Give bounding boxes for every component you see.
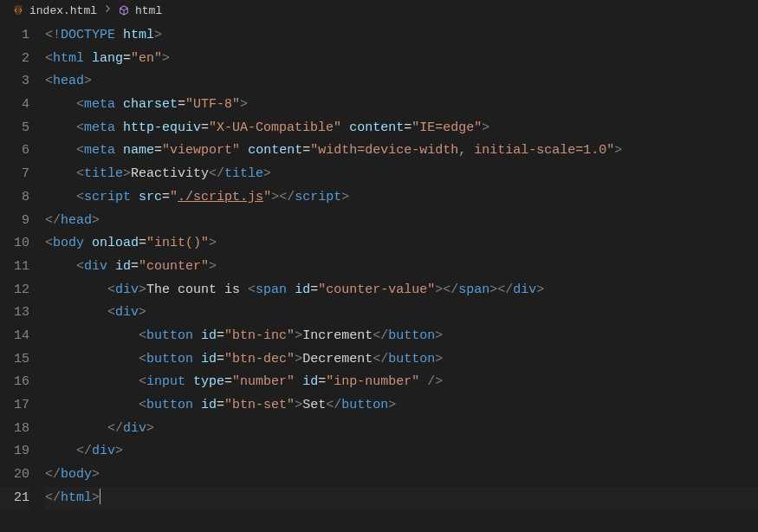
line-number: 14 — [0, 325, 29, 348]
code-line[interactable]: <meta charset="UTF-8"> — [45, 94, 758, 117]
code-line[interactable]: <meta name="viewport" content="width=dev… — [45, 139, 758, 163]
line-number: 7 — [0, 163, 29, 186]
code-area[interactable]: <!DOCTYPE html><html lang="en"><head> <m… — [45, 24, 758, 509]
line-number: 19 — [0, 440, 29, 464]
text-cursor — [100, 489, 100, 504]
line-number: 13 — [0, 302, 29, 325]
code-line[interactable]: <button id="btn-dec">Decrement</button> — [45, 348, 758, 372]
line-number-gutter: 123456789101112131415161718192021 — [0, 24, 45, 509]
code-line[interactable]: <button id="btn-set">Set</button> — [45, 394, 758, 418]
code-line[interactable]: </div> — [45, 440, 758, 464]
code-line[interactable]: <button id="btn-inc">Increment</button> — [45, 325, 758, 348]
line-number: 1 — [0, 24, 29, 48]
line-number: 12 — [0, 279, 29, 302]
breadcrumb[interactable]: index.html html — [0, 0, 758, 21]
code-editor[interactable]: 123456789101112131415161718192021 <!DOCT… — [0, 21, 758, 509]
line-number: 4 — [0, 94, 29, 117]
code-line[interactable]: </body> — [45, 464, 758, 487]
line-number: 9 — [0, 210, 29, 233]
line-number: 5 — [0, 117, 29, 140]
breadcrumb-symbol[interactable]: html — [135, 4, 162, 17]
line-number: 10 — [0, 232, 29, 256]
code-line[interactable]: <input type="number" id="inp-number" /> — [45, 371, 758, 394]
line-number: 17 — [0, 394, 29, 418]
line-number: 2 — [0, 48, 29, 71]
code-line[interactable]: <meta http-equiv="X-UA-Compatible" conte… — [45, 117, 758, 140]
line-number: 15 — [0, 348, 29, 372]
code-line[interactable]: <title>Reactivity</title> — [45, 163, 758, 186]
line-number: 3 — [0, 70, 29, 94]
code-line[interactable]: </html> — [45, 487, 758, 510]
symbol-icon — [118, 4, 130, 16]
code-line[interactable]: <!DOCTYPE html> — [45, 24, 758, 48]
code-line[interactable]: <script src="./script.js"></script> — [45, 186, 758, 210]
line-number: 21 — [0, 487, 29, 510]
line-number: 6 — [0, 139, 29, 163]
line-number: 18 — [0, 418, 29, 441]
code-line[interactable]: <body onload="init()"> — [45, 232, 758, 256]
code-line[interactable]: </div> — [45, 418, 758, 441]
breadcrumb-file[interactable]: index.html — [29, 4, 97, 17]
line-number: 16 — [0, 371, 29, 394]
code-line[interactable]: <html lang="en"> — [45, 48, 758, 71]
code-line[interactable]: <div>The count is <span id="counter-valu… — [45, 279, 758, 302]
line-number: 20 — [0, 464, 29, 487]
code-line[interactable]: </head> — [45, 210, 758, 233]
chevron-right-icon — [102, 3, 113, 17]
line-number: 11 — [0, 256, 29, 279]
line-number: 8 — [0, 186, 29, 210]
code-line[interactable]: <div> — [45, 302, 758, 325]
code-line[interactable]: <div id="counter"> — [45, 256, 758, 279]
html-file-icon — [12, 4, 24, 16]
code-line[interactable]: <head> — [45, 70, 758, 94]
